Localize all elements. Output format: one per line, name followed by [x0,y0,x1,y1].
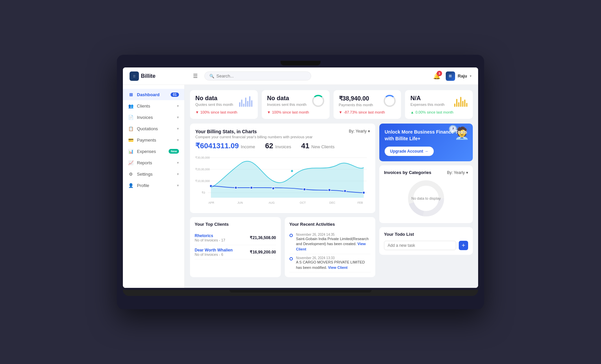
svg-point-9 [235,186,237,189]
stat-header: ₹38,940.00 Payments this month [339,95,396,107]
client-item: Dear Worth Whalien No of Invoices - 6 ₹1… [195,245,276,259]
svg-point-11 [272,187,274,190]
sidebar-item-label: Settings [137,172,153,177]
sidebar: ⊞ Dashboard 01 👥 Clients ▾ 📄 Invoices ▾ … [123,85,185,288]
sidebar-item-label: Reports [137,160,152,165]
user-name: Raju [458,73,467,78]
svg-point-12 [303,188,306,191]
view-client-link[interactable]: View Client [296,242,366,251]
upgrade-title: Unlock More Business Finance Tools with … [385,129,467,142]
donut-chart: No data to display [384,178,468,218]
svg-point-15 [363,191,365,194]
activity-item: November 26, 2024 13:33 A S CARGO MOVERS… [289,254,371,272]
client-amount: ₹21,36,508.00 [250,235,276,240]
sidebar-item-clients[interactable]: 👥 Clients ▾ [123,100,184,112]
sidebar-item-profile[interactable]: 👤 Profile ▾ [123,180,184,191]
hamburger-icon[interactable]: ☰ [193,73,198,79]
client-invoices: No of Invoices - 6 [195,252,233,256]
stat-label: Quotes sent this month [195,103,233,107]
todo-add-button[interactable]: + [459,241,468,250]
activity-dot [289,234,293,237]
activity-text: A S CARGO MOVERS PRIVATE LIMITED has bee… [296,260,371,270]
stat-value: No data [195,95,233,102]
stats-numbers: ₹6041311.09 Income 62 Invoices 41 New Cl… [195,142,370,150]
search-bar[interactable]: 🔍 [204,71,311,80]
todo-input[interactable] [384,241,456,250]
sidebar-item-label: Profile [137,183,149,188]
stat-card-invoices: No data Invoices sent this month ▼100% s… [262,90,330,119]
todo-input-row: + [384,241,468,250]
by-yearly-label: By: Yearly [349,129,367,134]
client-item: Rhetorics No of Invoices - 17 ₹21,36,508… [195,231,276,245]
chart-header: Your Billing Stats, in Charts Compare yo… [195,129,370,139]
notification-button[interactable]: 🔔 3 [433,72,440,80]
income-stat: ₹6041311.09 Income [195,142,255,150]
main-content: No data Quotes sent this month [185,85,478,288]
chevron-down-icon: ▾ [177,104,179,108]
clients-icon: 👥 [128,103,134,109]
chart-svg: ₹30,00,000 ₹20,00,000 ₹10,00,000 ₹0 [195,154,370,208]
sidebar-item-invoices[interactable]: 📄 Invoices ▾ [123,112,184,123]
sidebar-item-payments[interactable]: 💳 Payments ▾ [123,134,184,146]
svg-text:APR: APR [208,201,214,204]
bar [460,97,461,107]
user-menu[interactable]: ⊞ Raju ▾ [446,71,471,81]
stat-value: No data [267,95,307,102]
mini-bar-chart [239,95,252,107]
view-client-link[interactable]: View Client [328,265,348,269]
dashboard-badge: 01 [171,93,179,97]
categories-yearly-filter[interactable]: By: Yearly ▾ [447,170,468,175]
by-yearly-label: By: Yearly [447,170,465,175]
todo-card: Your Todo List + [379,227,473,255]
stat-value: ₹38,940.00 [339,95,373,102]
stat-header: N/A Expenses this month [410,95,467,107]
top-clients-card: Your Top Clients Rhetorics No of Invoice… [190,217,281,277]
chevron-down-icon: ▾ [177,183,179,188]
sidebar-item-expenses[interactable]: 📊 Expenses New [123,146,184,157]
activity-item: November 26, 2024 14:35 Saint-Gobain Ind… [289,231,371,254]
sidebar-item-label: Payments [137,138,156,143]
sidebar-item-settings[interactable]: ⚙ Settings ▾ [123,168,184,180]
invoices-categories-card: Invoices by Categories By: Yearly ▾ [379,165,473,223]
bar [239,102,240,107]
sidebar-item-reports[interactable]: 📈 Reports ▾ [123,157,184,168]
client-name[interactable]: Dear Worth Whalien [195,248,233,252]
stats-row: No data Quotes sent this month [190,90,473,119]
chevron-down-icon: ▾ [177,138,179,142]
upgrade-button-label: Upgrade Account → [390,149,428,154]
client-invoices: No of Invoices - 17 [195,238,225,242]
categories-header: Invoices by Categories By: Yearly ▾ [384,170,468,175]
topbar: :: Billite ☰ 🔍 🔔 3 ⊞ Raju ▾ [123,67,478,85]
sidebar-item-label: Expenses [137,149,156,154]
sidebar-item-dashboard[interactable]: ⊞ Dashboard 01 [123,89,184,100]
right-column: Unlock More Business Finance Tools with … [379,124,473,277]
chart-title: Your Billing Stats, in Charts [195,129,313,134]
laptop-bottom [123,290,478,296]
svg-point-10 [250,186,252,189]
stat-header: No data Quotes sent this month [195,95,252,107]
bar [456,99,457,107]
upgrade-button[interactable]: Upgrade Account → [385,147,434,156]
categories-title: Invoices by Categories [384,170,431,175]
activity-dot [289,257,293,260]
profile-icon: 👤 [128,183,134,188]
stat-label: Invoices sent this month [267,103,307,107]
client-amount: ₹16,99,200.00 [250,250,276,254]
line-chart: ₹30,00,000 ₹20,00,000 ₹10,00,000 ₹0 [195,154,370,208]
chart-subtitle: Compare your current financial year's bi… [195,135,313,139]
bar [458,102,459,107]
clients-activities-row: Your Top Clients Rhetorics No of Invoice… [190,217,375,277]
svg-text:₹30,00,000: ₹30,00,000 [195,156,210,159]
stat-card-expenses: N/A Expenses this month [405,90,473,119]
yearly-filter[interactable]: By: Yearly ▾ [349,129,370,134]
loading-circle [312,95,324,107]
sidebar-item-quotations[interactable]: 📋 Quotations ▾ [123,123,184,134]
no-data-text: No data to display [411,196,441,200]
svg-text:OCT: OCT [300,201,306,204]
bar [245,98,246,107]
todo-title: Your Todo List [384,232,468,237]
sidebar-item-label: Invoices [137,115,153,120]
search-input[interactable] [216,73,306,78]
client-name[interactable]: Rhetorics [195,233,225,238]
chevron-down-icon: ▾ [466,170,468,175]
